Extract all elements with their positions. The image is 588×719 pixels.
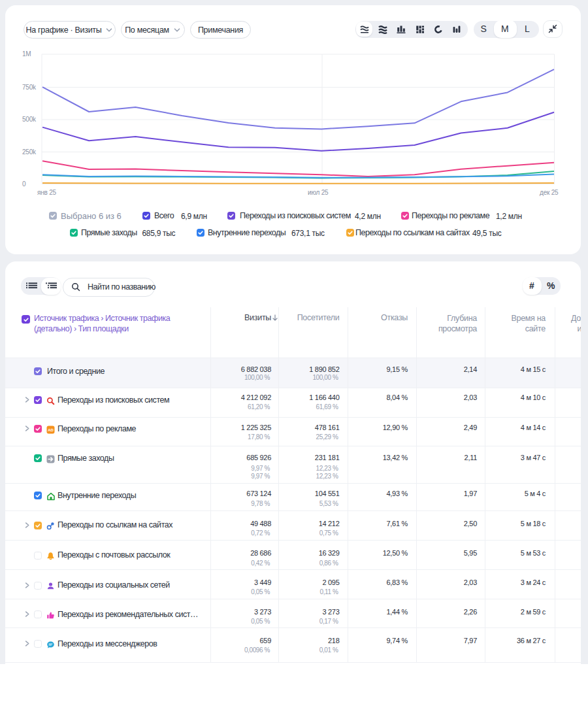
svg-text:AD: AD — [48, 428, 54, 432]
